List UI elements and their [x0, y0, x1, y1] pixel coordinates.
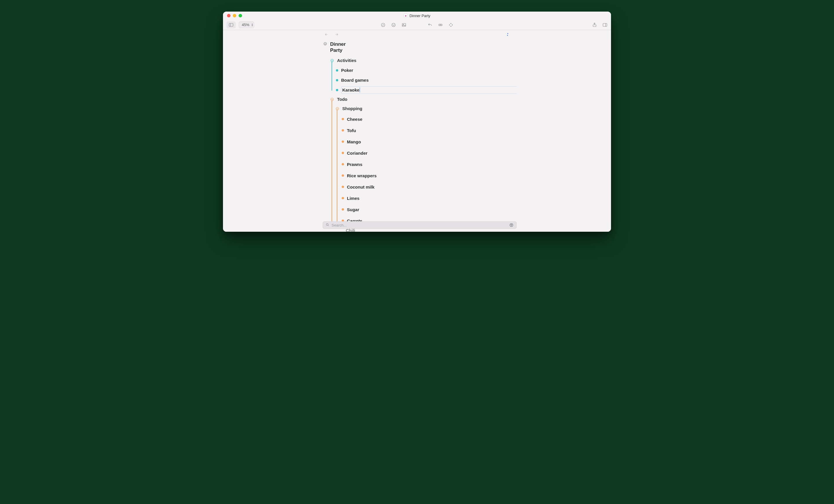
svg-point-9: [440, 25, 440, 25]
bullet-icon: [336, 69, 338, 71]
list-item-label: Sugar: [347, 207, 359, 212]
todo-heading[interactable]: Todo: [337, 97, 348, 102]
task-circle-icon[interactable]: [380, 22, 386, 27]
bullet-icon: [342, 152, 344, 154]
chevron-down-icon[interactable]: [335, 106, 340, 111]
search-icon: [326, 223, 329, 227]
page-title: Dinner Party: [330, 41, 350, 53]
list-item-label: Poker: [341, 68, 353, 73]
image-icon[interactable]: [401, 22, 407, 27]
minimize-window-button[interactable]: [233, 14, 236, 17]
list-item-label: Board games: [341, 78, 369, 83]
list-item[interactable]: Tofu: [323, 126, 517, 135]
svg-rect-6: [402, 23, 406, 26]
bullet-icon: [342, 197, 344, 199]
list-item-label: Karaoke: [342, 87, 359, 92]
svg-point-3: [392, 23, 395, 27]
close-window-button[interactable]: [227, 14, 231, 17]
share-icon[interactable]: [592, 22, 597, 27]
navigation-strip: [223, 30, 611, 40]
svg-rect-13: [603, 23, 607, 26]
fold-marker-icon[interactable]: [506, 32, 510, 38]
list-item-label: Rice wrappers: [347, 173, 377, 178]
bullet-icon: [342, 186, 344, 188]
filter-icon[interactable]: [509, 223, 514, 227]
document-content: Dinner Party Activities PokerBoard games…: [223, 40, 611, 232]
toolbar: 45% ▴▾: [223, 20, 611, 30]
list-item-label: Tofu: [347, 128, 356, 133]
svg-point-17: [324, 42, 326, 45]
bullet-icon: [342, 129, 344, 132]
collapse-icon[interactable]: [448, 22, 454, 27]
search-input[interactable]: [331, 223, 507, 228]
list-item-label: Coriander: [347, 151, 368, 156]
window-title: Dinner Party: [410, 14, 430, 18]
svg-line-35: [328, 225, 328, 226]
list-item[interactable]: Rice wrappers: [323, 171, 517, 180]
list-item[interactable]: Sugar: [323, 205, 517, 214]
sidebar-toggle-button[interactable]: [226, 21, 236, 28]
svg-point-11: [441, 25, 441, 25]
bullet-icon: [336, 89, 338, 91]
svg-point-19: [331, 98, 333, 101]
list-item-label: Prawns: [347, 162, 362, 167]
list-item[interactable]: Limes: [323, 194, 517, 203]
svg-point-34: [326, 224, 328, 226]
svg-point-21: [336, 107, 338, 110]
bullet-icon: [342, 118, 344, 120]
titlebar: ◆ Dinner Party: [223, 12, 611, 20]
document-icon: ◆: [404, 14, 408, 18]
activities-heading[interactable]: Activities: [337, 58, 356, 63]
search-bar[interactable]: [323, 221, 517, 229]
svg-point-18: [331, 59, 333, 62]
sidebar-icon: [228, 22, 234, 27]
list-item[interactable]: Board games: [323, 76, 517, 84]
bullet-icon: [342, 163, 344, 166]
list-item-label: Cheese: [347, 117, 362, 122]
editing-node-input[interactable]: Karaoke: [341, 86, 517, 94]
zoom-window-button[interactable]: [239, 14, 242, 17]
bullet-icon: [342, 174, 344, 177]
panel-toggle-icon[interactable]: [602, 22, 608, 27]
list-item[interactable]: Prawns: [323, 160, 517, 169]
list-item[interactable]: Poker: [323, 66, 517, 74]
list-item-label: Coconut milk: [347, 184, 374, 190]
list-item[interactable]: Mango: [323, 137, 517, 147]
stepper-icon: ▴▾: [251, 23, 253, 27]
traffic-lights: [227, 14, 242, 17]
more-icon[interactable]: [438, 22, 443, 27]
chevron-down-icon[interactable]: [330, 97, 335, 102]
nav-forward-icon[interactable]: [334, 32, 339, 38]
list-item[interactable]: Cheese: [323, 114, 517, 124]
list-item[interactable]: Coconut milk: [323, 182, 517, 192]
app-window: ◆ Dinner Party 45% ▴▾: [223, 12, 611, 232]
svg-point-10: [440, 25, 440, 25]
list-item-label: Limes: [347, 196, 359, 201]
shopping-heading[interactable]: Shopping: [342, 106, 362, 111]
svg-point-4: [393, 24, 393, 25]
zoom-level-label: 45%: [242, 23, 249, 27]
bullet-icon: [342, 140, 344, 143]
nav-back-icon[interactable]: [324, 32, 329, 38]
nav-history: [324, 32, 339, 38]
undo-icon[interactable]: [427, 22, 433, 27]
zoom-level-control[interactable]: 45% ▴▾: [239, 21, 254, 28]
list-item[interactable]: Coriander: [323, 148, 517, 158]
bullet-icon: [342, 208, 344, 211]
bullet-icon: [336, 79, 338, 81]
list-item-label: Mango: [347, 139, 361, 144]
emoji-icon[interactable]: [391, 22, 396, 27]
list-item[interactable]: Karaoke: [323, 86, 517, 94]
svg-point-5: [394, 24, 394, 25]
svg-rect-0: [229, 23, 233, 26]
chevron-down-icon[interactable]: [323, 41, 328, 46]
chevron-down-icon[interactable]: [330, 58, 335, 63]
